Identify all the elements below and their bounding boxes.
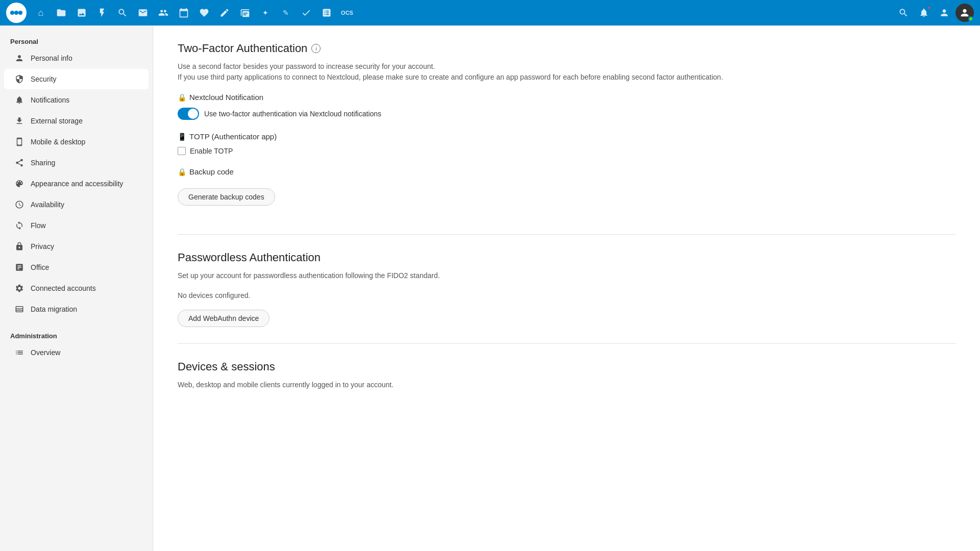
sidebar-item-label: Mobile & desktop (31, 138, 85, 146)
nav-calendar[interactable] (175, 4, 193, 22)
sidebar-item-overview[interactable]: Overview (4, 342, 149, 363)
nav-mail[interactable] (134, 4, 152, 22)
totp-checkbox-row: Enable TOTP (178, 147, 955, 155)
no-devices-text: No devices configured. (178, 291, 955, 299)
availability-icon (14, 199, 24, 210)
main-content: Two-Factor Authentication i Use a second… (153, 26, 980, 551)
devices-sessions-description: Web, desktop and mobile clients currentl… (178, 380, 955, 390)
nav-tasks[interactable] (297, 4, 315, 22)
two-factor-title: Two-Factor Authentication i (178, 42, 955, 55)
external-storage-icon (14, 116, 24, 126)
nav-notes[interactable] (215, 4, 234, 22)
sidebar-item-flow[interactable]: Flow (4, 215, 149, 236)
sidebar-item-external-storage[interactable]: External storage (4, 111, 149, 131)
sidebar-item-label: Overview (31, 348, 60, 357)
totp-subsection: 📱 TOTP (Authenticator app) Enable TOTP (178, 132, 955, 155)
nextcloud-notification-title: 🔒 Nextcloud Notification (178, 93, 955, 102)
svg-point-2 (14, 11, 18, 15)
totp-checkbox[interactable] (178, 147, 186, 155)
lock-icon-backup: 🔒 (178, 168, 186, 176)
sidebar-item-sharing[interactable]: Sharing (4, 153, 149, 173)
flow-icon (14, 220, 24, 231)
nextcloud-logo[interactable] (6, 3, 27, 23)
sidebar-personal-section: Personal (0, 34, 153, 47)
nav-search[interactable] (113, 4, 132, 22)
sidebar-item-label: Appearance and accessibility (31, 180, 123, 188)
svg-point-3 (18, 11, 22, 15)
nav-home[interactable]: ⌂ (32, 4, 50, 22)
sidebar-admin-section: Administration (0, 328, 153, 342)
nav-whiteboard[interactable]: ✎ (277, 4, 295, 22)
office-icon (14, 262, 24, 272)
nav-files[interactable] (52, 4, 70, 22)
sidebar-item-security[interactable]: Security (4, 69, 149, 89)
devices-sessions-title: Devices & sessions (178, 360, 955, 373)
passwordless-description: Set up your account for passwordless aut… (178, 270, 955, 281)
sidebar-item-connected-accounts[interactable]: Connected accounts (4, 278, 149, 298)
sidebar-item-label: Data migration (31, 305, 77, 313)
privacy-icon (14, 241, 24, 252)
topbar-notifications[interactable] (915, 4, 933, 22)
totp-title: 📱 TOTP (Authenticator app) (178, 132, 955, 141)
sidebar-item-personal-info[interactable]: Personal info (4, 48, 149, 68)
sidebar-item-label: Availability (31, 201, 64, 209)
totp-icon: 📱 (178, 133, 186, 141)
appearance-icon (14, 179, 24, 189)
mobile-desktop-icon (14, 137, 24, 147)
notifications-icon (14, 95, 24, 105)
sidebar-item-label: Connected accounts (31, 284, 96, 292)
sidebar-item-label: Security (31, 75, 57, 83)
sidebar-item-label: Office (31, 263, 49, 271)
sidebar-item-label: Notifications (31, 96, 69, 104)
two-factor-section: Two-Factor Authentication i Use a second… (178, 42, 955, 235)
sidebar-item-notifications[interactable]: Notifications (4, 90, 149, 110)
nav-contacts[interactable] (154, 4, 173, 22)
personal-info-icon (14, 53, 24, 63)
nav-collectives[interactable]: ✦ (256, 4, 275, 22)
sidebar-item-label: External storage (31, 117, 83, 125)
topbar-search[interactable] (894, 4, 913, 22)
backup-code-title: 🔒 Backup code (178, 167, 955, 176)
sharing-icon (14, 158, 24, 168)
sidebar-item-office[interactable]: Office (4, 257, 149, 278)
topbar: ⌂ ✦ ✎ OCS (0, 0, 980, 26)
add-webauthn-button[interactable]: Add WebAuthn device (178, 310, 270, 327)
sidebar-item-availability[interactable]: Availability (4, 194, 149, 215)
sidebar-item-label: Sharing (31, 159, 55, 167)
nextcloud-notification-subsection: 🔒 Nextcloud Notification Use two-factor … (178, 93, 955, 120)
two-factor-description: Use a second factor besides your passwor… (178, 61, 955, 83)
connected-accounts-icon (14, 283, 24, 293)
generate-backup-codes-button[interactable]: Generate backup codes (178, 188, 275, 206)
nav-photos[interactable] (72, 4, 91, 22)
sidebar-item-label: Flow (31, 221, 46, 230)
sidebar-item-privacy[interactable]: Privacy (4, 236, 149, 257)
devices-sessions-section: Devices & sessions Web, desktop and mobi… (178, 360, 955, 417)
nextcloud-notification-toggle[interactable] (178, 108, 199, 120)
sidebar: Personal Personal info Security Notifica… (0, 26, 153, 551)
nav-ocs[interactable]: OCS (338, 4, 356, 22)
data-migration-icon (14, 304, 24, 314)
sidebar-item-appearance[interactable]: Appearance and accessibility (4, 173, 149, 194)
sidebar-item-label: Personal info (31, 54, 72, 62)
lock-icon-notification: 🔒 (178, 93, 186, 102)
nav-spreadsheet[interactable] (317, 4, 336, 22)
overview-icon (14, 347, 24, 358)
nav-health[interactable] (195, 4, 213, 22)
backup-code-subsection: 🔒 Backup code Generate backup codes (178, 167, 955, 206)
topbar-user-menu[interactable] (935, 4, 953, 22)
sidebar-item-mobile-desktop[interactable]: Mobile & desktop (4, 132, 149, 152)
sidebar-item-data-migration[interactable]: Data migration (4, 299, 149, 319)
nav-deck[interactable] (236, 4, 254, 22)
svg-point-1 (10, 11, 14, 15)
toggle-row-nextcloud-notification: Use two-factor authentication via Nextcl… (178, 108, 955, 120)
info-icon[interactable]: i (311, 44, 321, 53)
passwordless-section: Passwordless Authentication Set up your … (178, 251, 955, 344)
passwordless-title: Passwordless Authentication (178, 251, 955, 264)
nav-activity[interactable] (93, 4, 111, 22)
security-icon (14, 74, 24, 84)
sidebar-item-label: Privacy (31, 242, 54, 251)
user-avatar[interactable] (955, 4, 974, 22)
user-online-indicator (968, 16, 973, 21)
